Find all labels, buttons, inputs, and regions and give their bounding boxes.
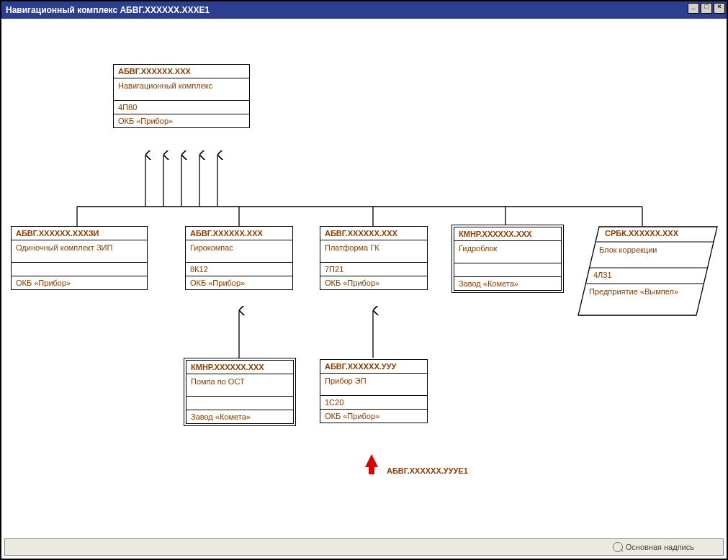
diagram-canvas: АБВГ.ХХХХХХ.ХХХ Навигационный комплекс 4… (1, 19, 727, 544)
node-pump-code: КМНР.ХХХХХХ.ХХХ (186, 360, 294, 374)
node-ep-code: АБВГ.ХХХХХХ.УУУ (320, 359, 428, 374)
node-hydro-code: КМНР.ХХХХХХ.ХХХ (454, 227, 562, 241)
callout-arrow-icon (365, 454, 378, 467)
window-buttons: _ □ × (686, 3, 725, 14)
node-corr-maker: Предприятие «Вымпел» (589, 287, 683, 296)
node-root-maker: ОКБ «Прибор» (113, 114, 250, 128)
node-root[interactable]: АБВГ.ХХХХХХ.ХХХ Навигационный комплекс 4… (113, 64, 250, 128)
magnifier-icon[interactable] (613, 542, 623, 552)
minimize-button[interactable]: _ (688, 3, 699, 14)
node-zip-maker: ОКБ «Прибор» (11, 276, 148, 290)
node-ep-serial: 1С20 (320, 395, 428, 410)
node-ep[interactable]: АБВГ.ХХХХХХ.УУУ Прибор ЭП 1С20 ОКБ «Приб… (320, 359, 428, 423)
node-gyro-maker: ОКБ «Прибор» (185, 276, 293, 290)
node-platform-code: АБВГ.ХХХХХХ.ХХХ (320, 226, 428, 240)
node-corr[interactable]: СРБК.ХХХХХХ.ХХХ Блок коррекции 4Л31 Пред… (578, 226, 718, 316)
node-ep-name: Прибор ЭП (320, 373, 428, 396)
node-gyro-code: АБВГ.ХХХХХХ.ХХХ (185, 226, 293, 240)
node-gyro-serial: 8К12 (185, 262, 293, 276)
node-platform-maker: ОКБ «Прибор» (320, 276, 428, 290)
node-zip[interactable]: АБВГ.ХХХХХХ.ХХХЗИ Одиночный комплект ЗИП… (11, 226, 148, 290)
node-pump-serial (186, 396, 294, 410)
node-root-serial: 4П80 (113, 100, 250, 114)
node-pump-maker: Завод «Комета» (186, 410, 294, 424)
node-zip-serial (11, 262, 148, 276)
callout-label: АБВГ.ХХХХХХ.УУУЕ1 (387, 466, 468, 475)
node-corr-serial: 4Л31 (593, 271, 612, 279)
node-hydro[interactable]: КМНР.ХХХХХХ.ХХХ Гидроблок Завод «Комета» (451, 225, 564, 293)
node-corr-name: Блок коррекции (599, 245, 657, 254)
node-platform-serial: 7П21 (320, 262, 428, 276)
close-button[interactable]: × (714, 3, 725, 14)
statusbar: Основная надпись (4, 538, 724, 556)
node-gyro-name: Гирокомпас (185, 240, 293, 263)
node-zip-name: Одиночный комплект ЗИП (11, 240, 148, 263)
node-gyro[interactable]: АБВГ.ХХХХХХ.ХХХ Гирокомпас 8К12 ОКБ «При… (185, 226, 293, 290)
node-pump[interactable]: КМНР.ХХХХХХ.ХХХ Помпа по ОСТ Завод «Коме… (184, 358, 296, 426)
window-title: Навигационный комплекс АБВГ.ХХХХХХ.ХХХЕ1 (6, 5, 722, 15)
node-pump-name: Помпа по ОСТ (186, 374, 294, 397)
node-hydro-serial (454, 263, 562, 277)
node-root-name: Навигационный комплекс (113, 78, 250, 101)
node-corr-code: СРБК.ХХХХХХ.ХХХ (605, 229, 678, 238)
window: Навигационный комплекс АБВГ.ХХХХХХ.ХХХЕ1… (0, 0, 728, 560)
node-platform[interactable]: АБВГ.ХХХХХХ.ХХХ Платформа ГК 7П21 ОКБ «П… (320, 226, 428, 290)
node-root-code: АБВГ.ХХХХХХ.ХХХ (113, 64, 250, 78)
statusbar-text: Основная надпись (626, 543, 694, 551)
titlebar: Навигационный комплекс АБВГ.ХХХХХХ.ХХХЕ1… (1, 1, 727, 19)
node-hydro-maker: Завод «Комета» (454, 276, 562, 291)
node-ep-maker: ОКБ «Прибор» (320, 409, 428, 423)
node-hydro-name: Гидроблок (454, 240, 562, 263)
node-platform-name: Платформа ГК (320, 240, 428, 263)
node-zip-code: АБВГ.ХХХХХХ.ХХХЗИ (11, 226, 148, 240)
maximize-button[interactable]: □ (701, 3, 712, 14)
